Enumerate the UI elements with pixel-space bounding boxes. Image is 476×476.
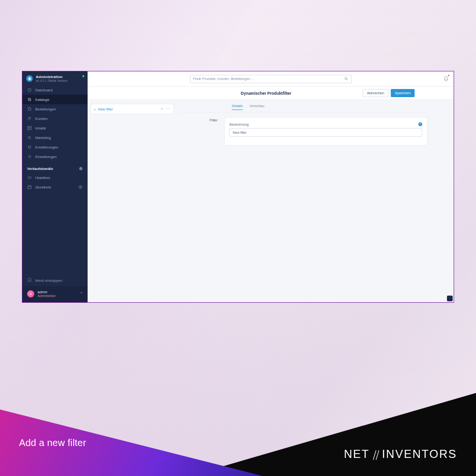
user-menu[interactable]: A admin Administrator ⌃ [22,286,88,302]
svg-rect-1 [28,98,30,100]
corner-badge-icon [447,296,453,301]
form-card: Bezeichnung ? New filter [224,117,427,146]
nav-label: Kunden [35,117,48,121]
svg-rect-5 [28,127,31,130]
channel-label: Headless [35,176,50,180]
layout-icon [27,126,32,130]
bag-icon [27,107,32,111]
user-role: Administrator [38,294,56,298]
chevron-up-icon: ⌃ [80,292,83,296]
main-area: Finde Produkte, Kunden, Bestellungen ...… [88,71,454,302]
section-label: Filter [179,117,218,146]
collapse-menu[interactable]: Menü einklappen [22,275,88,286]
search-placeholder: Finde Produkte, Kunden, Bestellungen ... [193,77,254,80]
detail-column: Details Vorschau Filter Bezeichnung ? Ne… [177,100,454,302]
field-label: Bezeichnung [229,123,248,126]
info-badge-icon[interactable]: ? [418,122,422,126]
nav-settings[interactable]: Einstellungen [22,152,88,161]
nav-content[interactable]: Inhalte [22,123,88,133]
nav-catalogs[interactable]: Kataloge [22,95,88,104]
sidebar-header: Administration v6.4.5.1 Stable Version [22,71,88,85]
channels-header: Verkaufskanäle ⊕ [22,161,88,173]
filter-list-item[interactable]: ▸ New filter ＋ ⋯ [91,104,173,114]
chevron-right-icon: ▸ [94,108,96,111]
filter-item-label: New filter [98,107,113,111]
nav-extensions[interactable]: Erweiterungen [22,142,88,152]
gauge-icon [27,88,32,92]
add-filter-button[interactable]: ＋ [160,107,164,111]
promo-banner: Add a new filter NET INVENTORS [0,352,476,476]
status-dot [82,75,84,77]
app-version: v6.4.5.1 Stable Version [36,79,68,82]
search-icon [344,77,348,81]
save-button[interactable]: Speichern [391,89,415,97]
more-actions-button[interactable]: ⋯ [166,107,170,111]
nav-customers[interactable]: Kunden [22,114,88,123]
tab-details[interactable]: Details [232,104,243,110]
channel-headless[interactable]: Headless [22,173,88,182]
brand-part1: NET [344,447,369,461]
cloud-icon [27,175,32,180]
notification-dot [448,75,449,76]
svg-point-7 [80,187,81,188]
nav-label: Dashboard [35,88,53,92]
channels-label: Verkaufskanäle [27,167,53,171]
brand-wordmark: NET INVENTORS [344,447,457,461]
tabs: Details Vorschau [179,104,427,112]
search-input[interactable]: Finde Produkte, Kunden, Bestellungen ... [190,75,352,83]
svg-point-3 [29,117,30,119]
top-bar: Finde Produkte, Kunden, Bestellungen ... [88,71,454,87]
collapse-label: Menü einklappen [35,278,62,283]
megaphone-icon [27,135,32,140]
channel-label: Storefront [35,185,51,189]
nav-label: Erweiterungen [35,145,58,149]
app-title: Administration [36,75,68,79]
nav-dashboard[interactable]: Dashboard [22,85,88,95]
page-header: Dynamischer Produktfilter Abbrechen Spei… [88,87,454,100]
promo-caption: Add a new filter [19,437,86,448]
svg-point-6 [29,156,30,158]
eye-icon[interactable] [78,185,83,189]
tab-preview[interactable]: Vorschau [249,104,264,110]
nav-label: Bestellungen [35,107,56,111]
plug-icon [27,145,32,149]
nav-marketing[interactable]: Marketing [22,133,88,142]
brand-part2: INVENTORS [382,447,457,461]
nav-label: Inhalte [35,126,46,130]
form-row: Filter Bezeichnung ? New filter [179,117,427,146]
gear-icon [27,154,32,159]
channel-storefront[interactable]: Storefront [22,182,88,192]
store-icon [27,185,32,189]
users-icon [27,116,32,121]
nav-orders[interactable]: Bestellungen [22,104,88,114]
svg-point-9 [345,77,347,79]
svg-point-4 [30,118,31,119]
filter-list: ▸ New filter ＋ ⋯ [90,104,174,114]
nav-label: Marketing [35,136,51,140]
brand-logo-icon [26,75,33,82]
info-icon [27,278,32,283]
name-input-value: New filter [233,131,247,134]
cancel-button[interactable]: Abbrechen [363,89,388,97]
nav-label: Einstellungen [35,155,57,159]
content-body: ▸ New filter ＋ ⋯ Details Vorschau Filter [88,100,454,302]
nav-label: Kataloge [35,98,50,102]
add-channel-button[interactable]: ⊕ [79,166,83,171]
app-window: Administration v6.4.5.1 Stable Version D… [22,71,454,303]
name-input[interactable]: New filter [229,128,422,137]
filter-list-column: ▸ New filter ＋ ⋯ [88,100,177,302]
brand-slashes-icon [370,447,381,461]
avatar: A [27,290,34,298]
sidebar: Administration v6.4.5.1 Stable Version D… [22,71,88,302]
svg-rect-2 [29,99,31,101]
page-title: Dynamischer Produktfilter [169,91,363,96]
copy-icon [27,97,32,102]
user-name: admin [38,290,56,294]
notifications-button[interactable] [443,75,449,84]
